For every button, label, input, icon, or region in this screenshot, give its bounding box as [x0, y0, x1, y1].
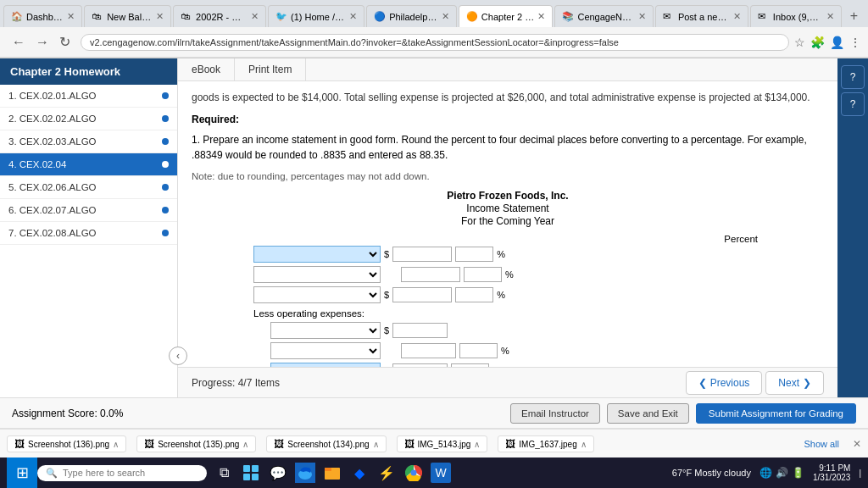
income-amount-2[interactable] [401, 267, 460, 282]
email-instructor-button[interactable]: Email Instructor [510, 403, 600, 424]
expense-select-1[interactable] [270, 322, 381, 339]
address-bar[interactable] [81, 34, 789, 51]
taskbar-edge-icon[interactable] [295, 463, 315, 483]
taskbar-search-input[interactable] [63, 468, 190, 478]
taskbar-multitasking-icon[interactable]: ⧉ [214, 463, 234, 483]
taskbar-word-icon[interactable]: W [431, 463, 451, 483]
score-buttons: Email Instructor Save and Exit Submit As… [510, 403, 856, 424]
help-button-1[interactable]: ? [841, 65, 865, 89]
taskbar-dropbox-icon[interactable]: ◆ [349, 463, 370, 483]
help-button-2[interactable]: ? [841, 92, 865, 116]
tab-close-dashboard[interactable]: ✕ [67, 11, 75, 22]
sidebar-item-5[interactable]: 5. CEX.02.06.ALGO [0, 176, 177, 199]
income-amount-3[interactable] [392, 287, 452, 302]
income-amount-1[interactable] [392, 247, 452, 262]
tab-close-philly[interactable]: ✕ [442, 11, 449, 22]
taskbar-network-icon[interactable]: 🌐 [760, 467, 772, 479]
tab-inbox[interactable]: ✉ Inbox (9,848... ✕ [750, 5, 842, 27]
taskbar-app-icon[interactable]: ⚡ [376, 463, 397, 483]
tab-close-post[interactable]: ✕ [733, 11, 741, 22]
toolbar-tab-ebook[interactable]: eBook [178, 58, 235, 80]
tab-dashboard[interactable]: 🏠 Dashboard ✕ [3, 5, 82, 27]
taskbar-chrome-icon[interactable] [403, 463, 424, 483]
expense-amount-3[interactable] [392, 363, 448, 367]
forward-button[interactable]: → [31, 33, 54, 52]
income-select-1[interactable] [253, 246, 381, 263]
submit-button[interactable]: Submit Assignment for Grading [696, 403, 856, 424]
download-chevron-3[interactable]: ∧ [373, 440, 379, 449]
download-item-4[interactable]: 🖼 IMG_5143.jpg ∧ [397, 435, 488, 452]
section-label: Less operating expenses: [253, 308, 762, 319]
download-chevron-4[interactable]: ∧ [474, 440, 480, 449]
save-exit-button[interactable]: Save and Exit [607, 403, 689, 424]
toolbar-tab-print[interactable]: Print Item [235, 58, 306, 80]
tab-chapter2[interactable]: 🟠 Chapter 2 Ho... ✕ [459, 5, 554, 27]
tab-twitter[interactable]: 🐦 (1) Home / Tw... ✕ [268, 5, 364, 27]
profile-icon[interactable]: 👤 [830, 36, 844, 49]
tab-close-nb[interactable]: ✕ [156, 11, 164, 22]
expense-amount-1[interactable] [392, 323, 448, 338]
tab-2002r[interactable]: 🛍 2002R - New... ✕ [173, 5, 266, 27]
income-table: Percent $ % [253, 234, 762, 367]
tab-cengage[interactable]: 📚 CengageNOW... ✕ [554, 5, 653, 27]
expense-select-2[interactable] [270, 342, 381, 359]
taskbar-battery-icon[interactable]: 🔋 [792, 467, 804, 479]
download-item-3[interactable]: 🖼 Screenshot (134).png ∧ [266, 435, 386, 452]
question1-body: Prepare an income statement in good form… [192, 134, 807, 161]
show-desktop-button[interactable]: | [859, 469, 861, 478]
expense-pct-3[interactable] [451, 363, 489, 367]
taskbar-widgets-icon[interactable] [241, 463, 261, 483]
tab-close-chapter2[interactable]: ✕ [537, 11, 545, 22]
taskbar-volume-icon[interactable]: 🔊 [776, 467, 788, 479]
sidebar-item-7[interactable]: 7. CEX.02.08.ALGO [0, 222, 177, 245]
taskbar-time: 9:11 PM 1/31/2023 [813, 463, 851, 482]
sidebar-item-1[interactable]: 1. CEX.02.01.ALGO [0, 85, 177, 108]
taskbar-chat-icon[interactable]: 💬 [268, 463, 288, 483]
next-button[interactable]: Next ❯ [765, 371, 824, 395]
pct-sign-1: % [497, 249, 505, 259]
income-pct-3[interactable] [455, 287, 493, 302]
downloads-close-button[interactable]: ✕ [853, 438, 861, 450]
download-chevron-1[interactable]: ∧ [113, 440, 119, 449]
download-item-1[interactable]: 🖼 Screenshot (136).png ∧ [7, 435, 126, 452]
sidebar-item-6[interactable]: 6. CEX.02.07.ALGO [0, 199, 177, 222]
tab-close-twitter[interactable]: ✕ [349, 11, 357, 22]
new-tab-button[interactable]: + [843, 5, 865, 27]
sidebar-item-2[interactable]: 2. CEX.02.02.ALGO [0, 108, 177, 130]
income-select-2[interactable] [253, 266, 381, 283]
back-button[interactable]: ← [7, 33, 31, 52]
tab-philly[interactable]: 🔵 Philadelphia... ✕ [366, 5, 457, 27]
download-item-5[interactable]: 🖼 IMG_1637.jpeg ∧ [498, 435, 593, 452]
download-item-2[interactable]: 🖼 Screenshot (135).png ∧ [136, 435, 256, 452]
reload-button[interactable]: ↻ [54, 32, 75, 52]
income-pct-2[interactable] [464, 267, 502, 282]
download-name-3: Screenshot (134).png [287, 440, 369, 449]
scroll-content[interactable]: goods is expected to be $14,000. Total s… [178, 81, 837, 367]
expense-amount-2[interactable] [401, 343, 456, 358]
expense-pct-2[interactable] [459, 343, 498, 358]
start-button[interactable]: ⊞ [7, 458, 37, 488]
download-chevron-5[interactable]: ∧ [581, 440, 587, 449]
sidebar-collapse-button[interactable]: ‹ [169, 347, 187, 365]
extensions-icon[interactable]: 🧩 [810, 36, 825, 49]
income-pct-1[interactable] [455, 247, 493, 262]
menu-icon[interactable]: ⋮ [849, 36, 861, 49]
show-all-button[interactable]: Show all [804, 439, 839, 449]
income-select-3[interactable] [253, 286, 381, 303]
download-icon-1: 🖼 [14, 438, 25, 450]
previous-button[interactable]: ❮ Previous [686, 371, 763, 395]
main-area: Chapter 2 Homework 1. CEX.02.01.ALGO 2. … [0, 58, 868, 428]
tab-newbalance[interactable]: 🛍 New Balance ✕ [84, 5, 171, 27]
expense-select-3[interactable] [270, 363, 381, 367]
taskbar-explorer-icon[interactable] [322, 463, 342, 483]
taskbar-search[interactable]: 🔍 [37, 465, 207, 481]
download-name-4: IMG_5143.jpg [418, 440, 471, 449]
tab-close-2002r[interactable]: ✕ [251, 11, 259, 22]
tab-post[interactable]: ✉ Post a new q... ✕ [655, 5, 748, 27]
sidebar-item-4[interactable]: 4. CEX.02.04 [0, 153, 177, 176]
download-chevron-2[interactable]: ∧ [242, 440, 248, 449]
sidebar-item-3[interactable]: 3. CEX.02.03.ALGO [0, 130, 177, 153]
tab-close-inbox[interactable]: ✕ [826, 11, 834, 22]
bookmark-icon[interactable]: ☆ [794, 36, 805, 49]
tab-close-cengage[interactable]: ✕ [638, 11, 646, 22]
